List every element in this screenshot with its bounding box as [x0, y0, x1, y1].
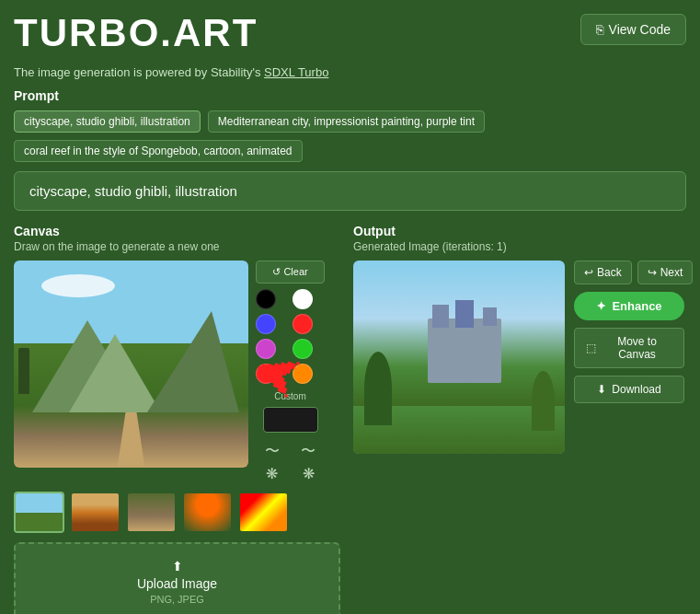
prompt-chips: cityscape, studio ghibli, illustration M…: [14, 110, 686, 162]
back-icon: ↩: [584, 266, 593, 279]
canvas-image-area[interactable]: [14, 261, 248, 468]
output-buttons: ↩ Back ↪ Next ✦ Enhance ⬚: [574, 261, 693, 454]
next-icon: ↪: [648, 266, 657, 279]
nav-buttons: ↩ Back ↪ Next: [574, 261, 693, 284]
enhance-icon: ✦: [596, 299, 606, 313]
prompt-label: Prompt: [14, 88, 686, 103]
thumb-2[interactable]: [70, 492, 120, 533]
chip-mediterranean[interactable]: Mediterranean city, impressionist painti…: [208, 110, 485, 133]
color-palette: [256, 289, 325, 384]
color-red[interactable]: [256, 364, 276, 384]
clear-button[interactable]: ↺ Clear: [256, 261, 325, 284]
chip-ghibli[interactable]: cityscape, studio ghibli, illustration: [14, 110, 201, 133]
color-blue[interactable]: [256, 314, 276, 334]
thumb-4[interactable]: [182, 492, 233, 533]
chip-coral[interactable]: coral reef in the style of Spongebob, ca…: [14, 140, 303, 162]
color-green[interactable]: [293, 339, 313, 359]
back-button[interactable]: ↩ Back: [574, 261, 632, 284]
color-red-top[interactable]: [293, 314, 313, 334]
view-code-label: View Code: [609, 22, 671, 37]
thumb-3[interactable]: [126, 492, 177, 533]
upload-label: Upload Image: [137, 576, 217, 591]
subtitle: The image generation is powered by Stabi…: [14, 65, 686, 79]
brush-squiggle-1[interactable]: 〜: [256, 442, 289, 461]
download-icon: ⬇: [597, 383, 606, 396]
color-orange[interactable]: [293, 364, 313, 384]
code-icon: ⎘: [596, 22, 603, 37]
app-logo: TURBO.ART: [14, 14, 258, 52]
thumb-5[interactable]: [238, 492, 289, 533]
color-black[interactable]: [256, 289, 276, 309]
output-title: Output: [353, 224, 693, 238]
color-white[interactable]: [293, 289, 313, 309]
output-section: Output Generated Image (iterations: 1): [353, 224, 693, 614]
upload-button[interactable]: ⬆ Upload Image PNG, JPEG: [14, 542, 340, 614]
upload-icon: ⬆: [172, 559, 183, 573]
view-code-button[interactable]: ⎘ View Code: [580, 14, 686, 45]
brush-squiggle-2[interactable]: 〜: [293, 442, 326, 461]
enhance-button[interactable]: ✦ Enhance: [574, 292, 684, 320]
thumbnail-strip: [14, 492, 340, 533]
brush-tools: 〜 〜 ❋ ❋: [256, 442, 325, 482]
upload-formats: PNG, JPEG: [150, 594, 204, 605]
sdxl-link[interactable]: SDXL Turbo: [264, 65, 328, 79]
move-icon: ⬚: [586, 342, 596, 354]
canvas-title: Canvas: [14, 224, 340, 238]
custom-label: Custom: [256, 391, 325, 401]
color-purple[interactable]: [256, 339, 276, 359]
clear-icon: ↺: [272, 266, 281, 277]
thumb-1[interactable]: [14, 492, 64, 533]
download-button[interactable]: ⬇ Download: [574, 376, 684, 403]
canvas-subtitle: Draw on the image to generate a new one: [14, 240, 340, 253]
prompt-input[interactable]: [14, 171, 686, 211]
custom-color-picker[interactable]: [263, 407, 318, 433]
output-image-area: [353, 261, 565, 454]
output-subtitle: Generated Image (iterations: 1): [353, 240, 693, 253]
next-button[interactable]: ↪ Next: [637, 261, 694, 284]
canvas-tools: ↺ Clear Custom: [256, 261, 325, 482]
canvas-section: Canvas Draw on the image to generate a n…: [14, 224, 340, 614]
move-to-canvas-button[interactable]: ⬚ Move to Canvas: [574, 328, 684, 368]
brush-splatter-1[interactable]: ❋: [256, 465, 289, 482]
brush-splatter-2[interactable]: ❋: [293, 465, 326, 482]
